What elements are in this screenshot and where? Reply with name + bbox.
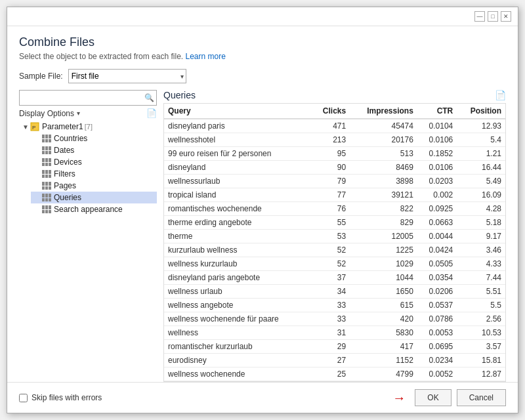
cell-impressions: 1044 xyxy=(350,271,417,285)
table-row[interactable]: wellness wochenende für paare 33 420 0.0… xyxy=(164,312,505,326)
tree-item-label: Search appearance xyxy=(54,205,123,214)
tree-expand-icon: ▼ xyxy=(22,123,30,131)
maximize-button[interactable]: □ xyxy=(488,11,498,22)
learn-more-link[interactable]: Learn more xyxy=(185,52,225,61)
cell-ctr: 0.0663 xyxy=(417,216,457,230)
cell-impressions: 4799 xyxy=(350,368,417,381)
cell-query: wellness wochenende für paare xyxy=(164,312,311,326)
cell-clicks: 55 xyxy=(311,216,350,230)
cell-ctr: 0.0354 xyxy=(417,271,457,285)
tree-root-label: Parameter1 xyxy=(42,122,83,131)
table-row[interactable]: wellness urlaub 34 1650 0.0206 5.51 xyxy=(164,285,505,299)
tree-panel: ▼ P Parameter1 [7] xyxy=(19,121,157,382)
tree-item-dates[interactable]: Dates xyxy=(31,144,157,156)
tree-item-countries[interactable]: Countries xyxy=(31,133,157,144)
cell-position: 5.18 xyxy=(457,216,505,230)
cell-clicks: 37 xyxy=(311,271,350,285)
tree-item-root[interactable]: ▼ P Parameter1 [7] xyxy=(19,121,157,133)
cell-position: 4.33 xyxy=(457,257,505,271)
minimize-button[interactable]: — xyxy=(474,11,485,22)
search-icon[interactable]: 🔍 xyxy=(142,91,156,105)
table-row[interactable]: wellnesshotel 213 20176 0.0106 5.4 xyxy=(164,133,505,147)
left-panel: 🔍 Display Options ▾ 📄 ▼ P xyxy=(19,90,157,382)
cell-query: tropical island xyxy=(164,188,311,202)
right-panel: Queries 📄 Query Clicks Impressions CTR P… xyxy=(163,90,506,382)
cell-query: wellness xyxy=(164,326,311,340)
cell-ctr: 0.0104 xyxy=(417,119,457,133)
cell-impressions: 1029 xyxy=(350,257,417,271)
tree-item-queries[interactable]: Queries xyxy=(31,192,157,203)
cell-position: 5.51 xyxy=(457,285,505,299)
table-row[interactable]: therme 53 12005 0.0044 9.17 xyxy=(164,230,505,243)
table-row[interactable]: disneyland 90 8469 0.0106 16.44 xyxy=(164,161,505,175)
cell-impressions: 1225 xyxy=(350,243,417,257)
col-header-position: Position xyxy=(457,104,505,119)
cell-clicks: 95 xyxy=(311,147,350,161)
tree-item-label: Dates xyxy=(54,146,74,155)
cell-position: 2.56 xyxy=(457,312,505,326)
search-input[interactable] xyxy=(20,93,142,102)
cell-impressions: 5830 xyxy=(350,326,417,340)
cell-query: wellnessurlaub xyxy=(164,175,311,188)
skip-files-row: Skip files with errors xyxy=(19,393,102,402)
queries-table-container[interactable]: Query Clicks Impressions CTR Position di… xyxy=(163,103,506,382)
cell-ctr: 0.0234 xyxy=(417,354,457,368)
cell-position: 16.09 xyxy=(457,188,505,202)
table-row[interactable]: romantisches wochenende 76 822 0.0925 4.… xyxy=(164,202,505,216)
tree-item-search-appearance[interactable]: Search appearance xyxy=(31,203,157,215)
tree-item-label: Countries xyxy=(54,134,87,143)
cell-ctr: 0.0505 xyxy=(417,257,457,271)
cell-ctr: 0.0206 xyxy=(417,285,457,299)
cell-position: 1.21 xyxy=(457,147,505,161)
close-button[interactable]: ✕ xyxy=(501,11,511,22)
svg-text:P: P xyxy=(32,125,35,131)
tree-item-label: Devices xyxy=(54,158,82,167)
export-icon[interactable]: 📄 xyxy=(495,90,506,100)
table-row[interactable]: wellnessurlaub 79 3898 0.0203 5.49 xyxy=(164,175,505,188)
cell-ctr: 0.0053 xyxy=(417,326,457,340)
table-row[interactable]: wellness angebote 33 615 0.0537 5.5 xyxy=(164,299,505,312)
ok-button[interactable]: OK xyxy=(415,389,451,406)
cell-ctr: 0.0424 xyxy=(417,243,457,257)
dates-icon xyxy=(41,146,52,155)
sample-file-select[interactable]: First file Last file xyxy=(68,69,186,83)
table-row[interactable]: disneyland paris angebote 37 1044 0.0354… xyxy=(164,271,505,285)
cancel-button[interactable]: Cancel xyxy=(457,389,506,406)
dialog-subtitle: Select the object to be extracted from e… xyxy=(19,52,506,61)
skip-files-checkbox[interactable] xyxy=(19,394,28,402)
col-header-clicks: Clicks xyxy=(311,104,350,119)
queries-panel-title: Queries xyxy=(163,90,196,100)
cell-ctr: 0.0044 xyxy=(417,230,457,243)
cell-position: 16.44 xyxy=(457,161,505,175)
table-row[interactable]: therme erding angebote 55 829 0.0663 5.1… xyxy=(164,216,505,230)
dialog-header: Combine Files Select the object to be ex… xyxy=(7,26,518,66)
cell-query: therme erding angebote xyxy=(164,216,311,230)
tree-item-filters[interactable]: Filters xyxy=(31,168,157,180)
tree-item-devices[interactable]: Devices xyxy=(31,156,157,168)
cell-position: 5.49 xyxy=(457,175,505,188)
panel-icon-button[interactable]: 📄 xyxy=(146,108,157,118)
table-row[interactable]: eurodisney 27 1152 0.0234 15.81 xyxy=(164,354,505,368)
cell-query: wellness wochenende xyxy=(164,368,311,381)
table-row[interactable]: wellness 31 5830 0.0053 10.53 xyxy=(164,326,505,340)
cell-position: 9.17 xyxy=(457,230,505,243)
table-row[interactable]: tropical island 77 39121 0.002 16.09 xyxy=(164,188,505,202)
cell-impressions: 8469 xyxy=(350,161,417,175)
cell-query: therme xyxy=(164,230,311,243)
table-row[interactable]: kurzurlaub wellness 52 1225 0.0424 3.46 xyxy=(164,243,505,257)
dialog-title: Combine Files xyxy=(19,35,506,49)
combine-files-dialog: — □ ✕ Combine Files Select the object to… xyxy=(7,7,518,413)
table-row[interactable]: romantischer kurzurlaub 29 417 0.0695 3.… xyxy=(164,340,505,354)
pages-icon xyxy=(41,181,52,190)
tree-item-label: Queries xyxy=(54,193,81,202)
table-row[interactable]: wellness wochenende 25 4799 0.0052 12.87 xyxy=(164,368,505,381)
cell-clicks: 79 xyxy=(311,175,350,188)
table-row[interactable]: 99 euro reisen für 2 personen 95 513 0.1… xyxy=(164,147,505,161)
table-row[interactable]: wellness kurzurlaub 52 1029 0.0505 4.33 xyxy=(164,257,505,271)
display-options-label[interactable]: Display Options xyxy=(19,109,74,118)
table-row[interactable]: disneyland paris 471 45474 0.0104 12.93 xyxy=(164,119,505,133)
cell-clicks: 213 xyxy=(311,133,350,147)
search-appearance-icon xyxy=(41,205,52,214)
tree-item-pages[interactable]: Pages xyxy=(31,180,157,192)
parameter-icon: P xyxy=(30,122,40,131)
